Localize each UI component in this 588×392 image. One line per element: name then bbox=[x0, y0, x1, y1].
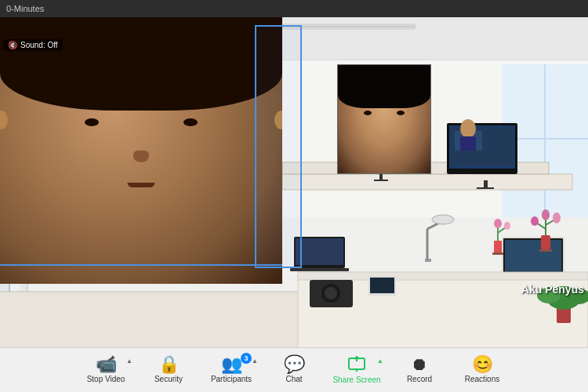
main-speaker-video bbox=[0, 17, 282, 284]
sec-eye-right bbox=[397, 111, 405, 115]
face-eye-left bbox=[85, 118, 99, 126]
face-nose bbox=[133, 151, 149, 162]
sec-hair bbox=[338, 65, 430, 108]
share-screen-label: Share Screen bbox=[332, 376, 380, 385]
reactions-icon: 😊 bbox=[472, 356, 493, 373]
stop-video-button[interactable]: 📹 Stop Video ▲ bbox=[74, 348, 137, 393]
svg-rect-43 bbox=[296, 238, 343, 265]
secondary-speaker-name: Aku Penyus bbox=[521, 283, 584, 296]
sec-eye-left bbox=[364, 111, 372, 115]
face-mouth bbox=[128, 183, 155, 187]
sound-label: Sound: Off bbox=[20, 41, 58, 49]
svg-rect-58 bbox=[492, 252, 503, 255]
svg-point-62 bbox=[504, 222, 510, 230]
record-label: Record bbox=[407, 375, 432, 384]
main-speaker-face bbox=[0, 17, 282, 284]
svg-point-34 bbox=[460, 119, 476, 138]
svg-point-56 bbox=[531, 216, 539, 226]
record-button[interactable]: ⏺ Record bbox=[388, 348, 451, 393]
svg-rect-44 bbox=[290, 268, 349, 271]
svg-point-69 bbox=[325, 287, 337, 299]
video-icon: 📹 bbox=[96, 356, 117, 373]
svg-rect-29 bbox=[374, 180, 388, 181]
record-icon: ⏺ bbox=[411, 356, 428, 373]
participants-icon: 👥 bbox=[221, 356, 242, 373]
participants-button[interactable]: 👥 Participants 3 ▲ bbox=[200, 348, 263, 393]
svg-point-54 bbox=[553, 212, 561, 223]
chat-label: Chat bbox=[285, 375, 302, 384]
security-icon: 🔒 bbox=[158, 356, 180, 373]
svg-point-47 bbox=[432, 215, 454, 224]
share-screen-icon bbox=[347, 355, 366, 374]
title-bar: 0-Minutes bbox=[0, 0, 588, 17]
participants-badge: 3 bbox=[241, 353, 252, 364]
svg-rect-50 bbox=[539, 249, 552, 252]
chat-button[interactable]: 💬 Chat bbox=[263, 348, 325, 393]
svg-rect-37 bbox=[477, 187, 494, 189]
share-caret-icon: ▲ bbox=[377, 358, 383, 365]
svg-rect-35 bbox=[460, 136, 476, 151]
toolbar: 📹 Stop Video ▲ 🔒 Security 👥 Participants… bbox=[0, 347, 588, 392]
share-screen-button[interactable]: Share Screen ▲ bbox=[325, 348, 388, 393]
chat-icon: 💬 bbox=[284, 356, 305, 373]
svg-rect-48 bbox=[425, 259, 431, 262]
face-eye-right bbox=[183, 118, 198, 126]
participants-label: Participants bbox=[211, 375, 252, 384]
title-bar-text: 0-Minutes bbox=[6, 4, 44, 13]
svg-rect-28 bbox=[379, 174, 383, 180]
svg-rect-75 bbox=[370, 278, 394, 293]
svg-rect-36 bbox=[484, 180, 488, 188]
face-ear-left bbox=[0, 111, 8, 129]
face-hair bbox=[0, 17, 282, 111]
stop-video-label: Stop Video bbox=[87, 375, 125, 384]
selection-line-horizontal bbox=[0, 264, 282, 266]
secondary-speaker-face bbox=[338, 65, 430, 173]
participants-caret-icon: ▲ bbox=[252, 358, 258, 365]
svg-rect-40 bbox=[505, 240, 561, 271]
sound-badge: 🔇 Sound: Off bbox=[3, 39, 63, 51]
svg-rect-49 bbox=[541, 235, 550, 249]
sound-icon: 🔇 bbox=[8, 41, 17, 49]
selection-rectangle bbox=[255, 25, 302, 268]
video-area: Aku Penyus 🔇 Sound: Off bbox=[0, 17, 588, 358]
svg-point-60 bbox=[494, 219, 502, 228]
svg-point-52 bbox=[542, 209, 550, 220]
svg-rect-57 bbox=[494, 241, 502, 252]
security-button[interactable]: 🔒 Security bbox=[137, 348, 200, 393]
reactions-label: Reactions bbox=[465, 375, 499, 384]
security-label: Security bbox=[154, 375, 183, 384]
secondary-speaker-video bbox=[337, 64, 431, 174]
svg-rect-66 bbox=[298, 272, 588, 280]
video-caret-icon: ▲ bbox=[126, 358, 132, 365]
reactions-button[interactable]: 😊 Reactions bbox=[451, 348, 514, 393]
svg-rect-16 bbox=[282, 174, 572, 190]
